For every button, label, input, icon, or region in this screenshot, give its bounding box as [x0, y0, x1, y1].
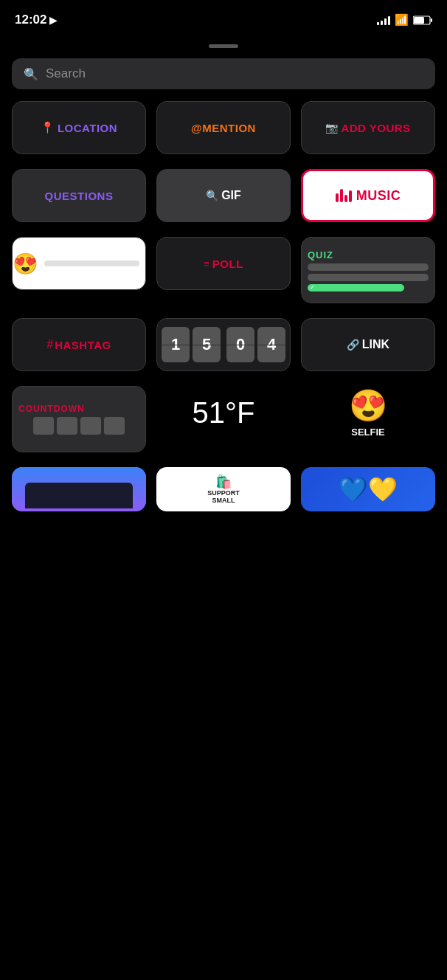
sticker-questions[interactable]: QUESTIONS — [12, 169, 146, 222]
sticker-emoji[interactable]: 😍 — [12, 237, 146, 290]
sticker-selfie[interactable]: 😍 SELFIE — [301, 386, 435, 439]
sticker-gif[interactable]: 🔍 GIF — [156, 169, 291, 222]
sheet-handle — [0, 37, 447, 52]
flip-digit-3: 0 — [226, 327, 254, 362]
temperature-value: 51°F — [193, 396, 255, 429]
quiz-bar-green-container: ✓ — [308, 284, 429, 291]
addyours-label: ADD YOURS — [341, 122, 410, 134]
sticker-heart-ukraine[interactable]: 💙💛 — [301, 467, 435, 511]
quiz-label: QUIZ — [308, 249, 333, 260]
wifi-icon: 📶 — [395, 13, 409, 27]
bag-icon: 🛍️ — [215, 474, 232, 490]
sticker-support-small[interactable]: 🛍️ SUPPORTSMALL — [156, 467, 291, 511]
quiz-bar1 — [308, 263, 429, 271]
hashtag-icon: # — [46, 338, 53, 351]
countdown-box-2 — [57, 417, 77, 435]
flip-clock-display: 1 5 0 4 — [162, 327, 285, 362]
sticker-flip-clock[interactable]: 1 5 0 4 — [156, 318, 291, 371]
sticker-grid-row2: QUESTIONS 🔍 GIF MUSIC — [0, 169, 447, 222]
countdown-boxes — [33, 417, 125, 435]
selfie-label: SELFIE — [351, 427, 385, 438]
drag-handle — [209, 44, 238, 48]
music-bars-icon — [336, 189, 352, 202]
clock: 12:02 — [15, 13, 46, 27]
sticker-link[interactable]: 🔗 LINK — [301, 318, 435, 371]
location-pin-icon: 📍 — [41, 121, 55, 134]
sticker-countdown[interactable]: COUNTDOWN — [12, 386, 146, 452]
sticker-grid-row5: COUNTDOWN 51°F 😍 SELFIE — [0, 386, 447, 452]
countdown-label: COUNTDOWN — [18, 404, 85, 414]
poll-icon: ≡ — [204, 258, 209, 269]
heart-eyes-emoji: 😍 — [13, 252, 38, 276]
link-label: LINK — [362, 338, 389, 351]
sticker-grid-row1: 📍 LOCATION @MENTION 📷 ADD YOURS — [0, 101, 447, 154]
svg-rect-2 — [431, 18, 432, 22]
flip-digit-1: 1 — [162, 327, 190, 362]
battery-icon — [413, 15, 432, 25]
sticker-hashtag[interactable]: # HASHTAG — [12, 318, 146, 371]
heart-flag-icon: 💙💛 — [339, 475, 398, 503]
partial-sticker-row: 🛍️ SUPPORTSMALL 💙💛 — [0, 452, 447, 511]
signal-icon — [377, 15, 390, 25]
sticker-poll[interactable]: ≡ POLL — [156, 237, 291, 290]
gif-label: GIF — [221, 189, 241, 202]
mention-label: @MENTION — [191, 122, 256, 134]
link-icon: 🔗 — [347, 339, 359, 351]
status-bar: 12:02 ▶ 📶 — [0, 0, 447, 37]
sticker-grid-row4: # HASHTAG 1 5 0 4 🔗 LINK — [0, 318, 447, 371]
camera-icon: 📷 — [325, 122, 338, 134]
sticker-location[interactable]: 📍 LOCATION — [12, 101, 146, 154]
sticker-temperature[interactable]: 51°F — [156, 386, 291, 439]
location-arrow-icon: ▶ — [49, 15, 57, 26]
flip-digit-4: 4 — [257, 327, 285, 362]
quiz-bar2 — [308, 274, 429, 281]
search-container: 🔍 Search — [0, 52, 447, 101]
magnify-icon: 🔍 — [206, 190, 218, 201]
svg-rect-1 — [414, 17, 424, 24]
search-icon: 🔍 — [24, 67, 38, 81]
countdown-box-1 — [33, 417, 54, 435]
hashtag-label: HASHTAG — [55, 339, 111, 351]
countdown-box-3 — [80, 417, 101, 435]
support-label: SUPPORTSMALL — [207, 490, 240, 505]
sticker-addyours[interactable]: 📷 ADD YOURS — [301, 101, 435, 154]
countdown-box-4 — [104, 417, 125, 435]
music-label: MUSIC — [356, 188, 401, 204]
sticker-mention[interactable]: @MENTION — [156, 101, 291, 154]
status-time: 12:02 ▶ — [15, 13, 57, 27]
status-icons: 📶 — [377, 13, 432, 27]
flip-digit-2: 5 — [193, 327, 221, 362]
sticker-quiz[interactable]: QUIZ ✓ — [301, 237, 435, 303]
poll-label: POLL — [212, 258, 243, 270]
sticker-music[interactable]: MUSIC — [301, 169, 435, 222]
sticker-photo-partial[interactable] — [12, 467, 146, 511]
search-placeholder: Search — [46, 66, 86, 81]
search-bar[interactable]: 🔍 Search — [12, 58, 435, 89]
location-label: LOCATION — [58, 122, 117, 134]
selfie-emoji-icon: 😍 — [349, 387, 387, 424]
sticker-grid-row3: 😍 ≡ POLL QUIZ ✓ — [0, 237, 447, 303]
questions-label: QUESTIONS — [45, 190, 114, 202]
quiz-bar-correct: ✓ — [308, 284, 404, 291]
